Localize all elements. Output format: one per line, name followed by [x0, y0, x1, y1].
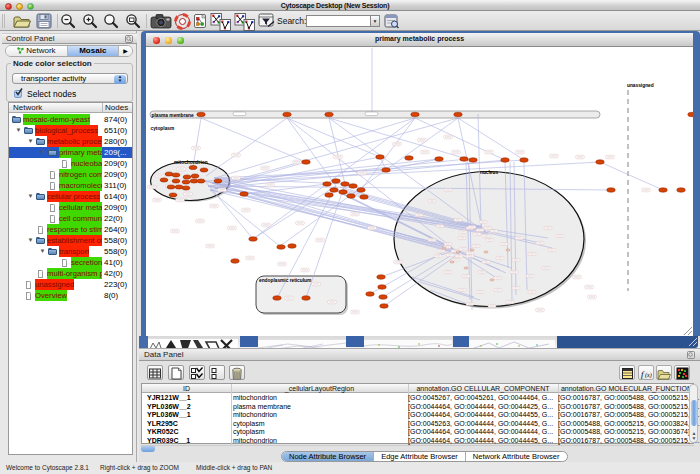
svg-text:(x): (x): [645, 372, 652, 379]
svg-text:endoplasmic reticulum: endoplasmic reticulum: [259, 278, 311, 283]
svg-text:plasma membrane: plasma membrane: [152, 113, 194, 118]
svg-text:cytoplasm: cytoplasm: [151, 126, 175, 131]
svg-text:mitochondrion: mitochondrion: [174, 160, 208, 165]
svg-text:nucleus: nucleus: [480, 170, 498, 175]
svg-text:unassigned: unassigned: [627, 83, 654, 88]
